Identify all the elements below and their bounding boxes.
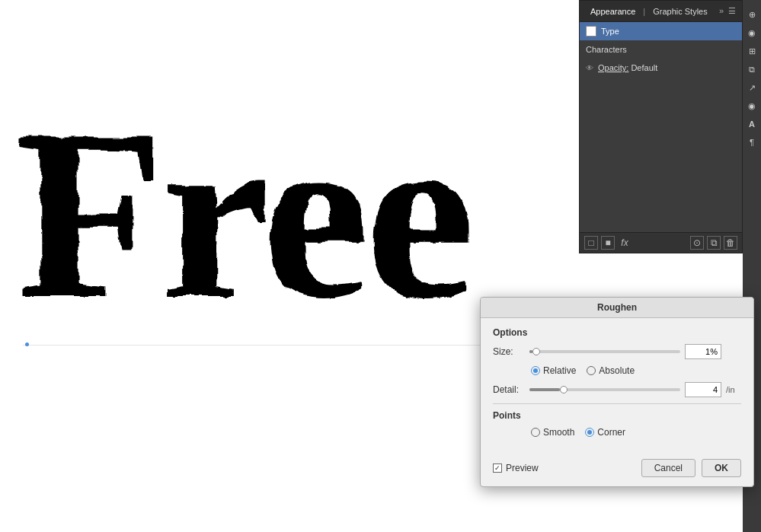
opacity-text: Opacity:: [598, 63, 628, 72]
duplicate-icon[interactable]: ⧉: [707, 236, 721, 250]
new-effect-icon[interactable]: ■: [601, 236, 615, 250]
tab-graphic-styles[interactable]: Graphic Styles: [648, 4, 712, 19]
characters-label: Characters: [586, 45, 627, 54]
size-slider[interactable]: [529, 350, 680, 353]
toolbar-icon-3[interactable]: ⊞: [745, 44, 759, 58]
toolbar-icon-5[interactable]: ↗: [745, 81, 759, 94]
detail-slider-thumb[interactable]: [560, 386, 568, 393]
size-row: Size:: [493, 344, 741, 359]
smooth-option[interactable]: Smooth: [531, 427, 574, 438]
eye-icon[interactable]: 👁: [586, 64, 593, 72]
size-input[interactable]: [685, 344, 721, 359]
size-label: Size:: [493, 346, 525, 357]
corner-radio[interactable]: [585, 428, 594, 437]
smooth-radio[interactable]: [531, 428, 540, 437]
opacity-label: Opacity: Default: [598, 63, 657, 72]
corner-label: Corner: [597, 427, 625, 438]
panel-header-icons: » ☰: [719, 6, 736, 16]
preview-checkbox[interactable]: Preview: [493, 463, 539, 473]
detail-row: Detail: /in: [493, 382, 741, 397]
panel-header: Appearance | Graphic Styles » ☰: [580, 1, 742, 22]
detail-slider[interactable]: [529, 388, 680, 391]
dialog-body: Options Size: Relative Absolute Detai: [481, 318, 753, 453]
tab-appearance[interactable]: Appearance: [586, 4, 640, 19]
roughen-dialog: Roughen Options Size: Relative Absolute: [480, 297, 754, 487]
points-section-label: Points: [493, 410, 741, 421]
detail-unit: /in: [726, 385, 741, 394]
panel-footer: □ ■ fx ⊙ ⧉ 🗑: [580, 232, 742, 253]
dialog-buttons: Cancel OK: [641, 459, 741, 477]
toolbar-icon-4[interactable]: ⧉: [745, 62, 759, 76]
toolbar-icon-para[interactable]: ¶: [745, 135, 759, 149]
ok-button[interactable]: OK: [702, 459, 741, 477]
options-section-label: Options: [493, 327, 741, 338]
tab-divider: |: [643, 7, 645, 16]
corner-option[interactable]: Corner: [585, 427, 625, 438]
visibility-icon[interactable]: ⊙: [690, 236, 704, 250]
size-slider-thumb[interactable]: [532, 348, 540, 355]
type-color-swatch: [586, 26, 596, 37]
panel-hamburger[interactable]: ☰: [728, 6, 736, 16]
new-layer-icon[interactable]: □: [584, 236, 598, 250]
panel-empty: [580, 77, 742, 229]
preview-checkbox-box[interactable]: [493, 464, 502, 473]
baseline-guide: [23, 345, 495, 346]
relative-label: Relative: [543, 365, 576, 376]
cancel-button[interactable]: Cancel: [641, 459, 695, 477]
absolute-radio[interactable]: [587, 366, 596, 375]
panel-menu-arrow[interactable]: »: [719, 6, 724, 16]
smooth-label: Smooth: [543, 427, 574, 438]
toolbar-icon-6[interactable]: ◉: [745, 99, 759, 113]
dialog-divider: [493, 403, 741, 404]
relative-absolute-group: Relative Absolute: [531, 365, 741, 376]
detail-input[interactable]: [685, 382, 721, 397]
delete-icon[interactable]: 🗑: [724, 236, 737, 250]
toolbar-icon-type[interactable]: A: [745, 117, 759, 131]
dialog-footer: Preview Cancel OK: [481, 453, 753, 486]
toolbar-icon-2[interactable]: ◉: [745, 26, 759, 40]
preview-label: Preview: [506, 463, 539, 473]
toolbar-icon-1[interactable]: ⊕: [745, 8, 759, 21]
characters-row[interactable]: Characters: [580, 40, 742, 59]
dialog-titlebar: Roughen: [481, 298, 753, 318]
type-label: Type: [601, 27, 619, 36]
detail-label: Detail:: [493, 384, 525, 395]
absolute-option[interactable]: Absolute: [587, 365, 635, 376]
smooth-corner-group: Smooth Corner: [531, 427, 741, 438]
type-row[interactable]: Type: [580, 22, 742, 40]
canvas-text: Free: [15, 91, 469, 335]
opacity-row[interactable]: 👁 Opacity: Default: [580, 59, 742, 77]
absolute-label: Absolute: [599, 365, 635, 376]
appearance-panel: Appearance | Graphic Styles » ☰ Type Cha…: [579, 0, 743, 253]
anchor-point: [25, 342, 29, 346]
fx-button[interactable]: fx: [618, 236, 632, 250]
opacity-value: Default: [631, 63, 657, 72]
relative-option[interactable]: Relative: [531, 365, 576, 376]
relative-radio[interactable]: [531, 366, 540, 375]
